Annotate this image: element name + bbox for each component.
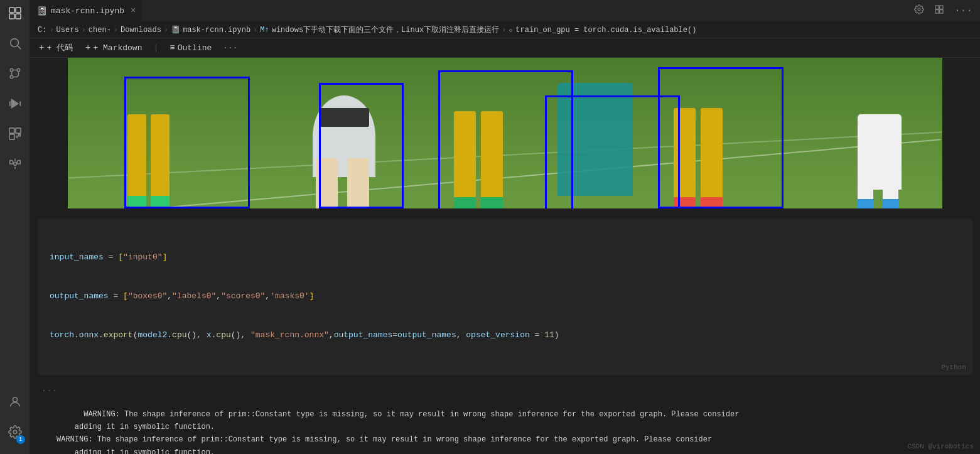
- account-icon: [8, 395, 22, 413]
- output-dots-icon: ···: [41, 384, 57, 399]
- tab-bar: 📓 mask-rcnn.ipynb × ···: [30, 0, 980, 22]
- breadcrumb-chen[interactable]: chen-: [89, 26, 111, 35]
- code-cell[interactable]: input_names = ["input0"] output_names = …: [38, 219, 972, 375]
- svg-point-18: [918, 8, 920, 11]
- language-badge: Python: [941, 364, 966, 371]
- breadcrumb-symbol-icon: M↑: [260, 26, 269, 35]
- svg-point-17: [13, 430, 17, 434]
- explorer-icon: [8, 6, 23, 24]
- cell-output-warnings: ··· WARNING: The shape inference of prim…: [38, 380, 972, 454]
- sidebar-item-search[interactable]: [0, 30, 30, 60]
- breadcrumb-cell-text[interactable]: windows下手动下载下面的三个文件，Linux下取消注释后直接运行: [272, 24, 499, 35]
- svg-point-6: [10, 68, 13, 72]
- sidebar-item-extensions[interactable]: [0, 121, 30, 151]
- toolbar-more-button[interactable]: ···: [220, 42, 240, 54]
- code-line-3: torch.onnx.export(model2.cpu(), x.cpu(),…: [50, 329, 962, 342]
- sidebar-item-run-debug[interactable]: [0, 90, 30, 121]
- outline-button[interactable]: ≡ Outline: [166, 41, 215, 54]
- sidebar-item-jupyter[interactable]: [0, 151, 30, 181]
- layout-icon[interactable]: [932, 2, 947, 20]
- svg-rect-20: [940, 6, 943, 9]
- breadcrumb: C: › Users › chen- › Downloads › 📓 mask-…: [30, 22, 980, 38]
- jupyter-icon: [8, 157, 22, 175]
- svg-rect-13: [15, 128, 20, 133]
- outline-icon: ≡: [170, 43, 175, 53]
- add-markdown-button[interactable]: + + Markdown: [82, 41, 146, 54]
- svg-rect-21: [935, 9, 939, 13]
- activity-bar: 1: [0, 0, 30, 454]
- attribution: CSDN @virobotics: [907, 443, 974, 450]
- run-debug-icon: [8, 97, 22, 114]
- notebook-content[interactable]: input_names = ["input0"] output_names = …: [30, 58, 980, 454]
- search-icon: [8, 36, 22, 54]
- toolbar-separator: |: [153, 43, 158, 53]
- svg-rect-22: [940, 9, 943, 13]
- warning-line-1: WARNING: The shape inference of prim::Co…: [57, 410, 739, 454]
- svg-point-7: [17, 68, 20, 72]
- breadcrumb-symbol[interactable]: train_on_gpu = torch.cuda.is_available(): [515, 26, 696, 35]
- add-code-label: + 代码: [46, 42, 73, 53]
- more-options-icon[interactable]: ···: [952, 3, 975, 19]
- svg-point-8: [10, 75, 13, 78]
- svg-rect-3: [16, 14, 21, 19]
- sidebar-item-account[interactable]: [0, 389, 30, 419]
- code-line-2: output_names = ["boxes0","labels0","scor…: [50, 290, 962, 303]
- svg-point-4: [10, 39, 18, 47]
- svg-line-5: [18, 46, 21, 49]
- cell-output-image: [30, 58, 980, 219]
- svg-marker-9: [11, 99, 19, 109]
- settings-badge: 1: [16, 435, 25, 444]
- code-line-1: input_names = ["input0"]: [50, 251, 962, 264]
- breadcrumb-notebook-file[interactable]: mask-rcnn.ipynb: [183, 26, 250, 35]
- code-content: input_names = ["input0"] output_names = …: [40, 219, 972, 375]
- tab-close-button[interactable]: ×: [131, 6, 136, 16]
- tab-mask-rcnn[interactable]: 📓 mask-rcnn.ipynb ×: [30, 0, 143, 21]
- breadcrumb-downloads[interactable]: Downloads: [121, 26, 161, 35]
- svg-rect-12: [9, 128, 14, 133]
- svg-rect-19: [935, 6, 939, 9]
- tab-label: mask-rcnn.ipynb: [51, 6, 124, 16]
- scene-background: [68, 58, 942, 208]
- breadcrumb-symbol2-icon: ⬦: [509, 26, 513, 35]
- svg-rect-14: [9, 134, 14, 139]
- main-area: 📓 mask-rcnn.ipynb × ···: [30, 0, 980, 454]
- sidebar-item-settings[interactable]: 1: [0, 419, 30, 449]
- activity-bar-bottom: 1: [0, 389, 30, 454]
- add-markdown-label: + Markdown: [93, 43, 142, 53]
- add-markdown-icon: +: [85, 43, 90, 53]
- breadcrumb-c[interactable]: C:: [38, 26, 46, 35]
- add-code-button[interactable]: + + 代码: [35, 41, 77, 55]
- settings-top-icon[interactable]: [912, 2, 927, 20]
- sidebar-item-explorer[interactable]: [0, 0, 30, 30]
- svg-rect-2: [9, 14, 14, 19]
- extensions-icon: [8, 127, 22, 144]
- outline-label: Outline: [178, 43, 212, 53]
- breadcrumb-users[interactable]: Users: [57, 26, 79, 35]
- top-right-icons: ···: [912, 0, 980, 21]
- notebook-tab-icon: 📓: [36, 6, 47, 16]
- detection-image: [68, 58, 942, 208]
- svg-rect-1: [16, 8, 21, 13]
- sidebar-item-source-control[interactable]: [0, 60, 30, 90]
- add-code-icon: +: [39, 43, 44, 53]
- svg-point-16: [13, 397, 17, 402]
- toolbar: + + 代码 + + Markdown | ≡ Outline ···: [30, 38, 980, 58]
- svg-point-15: [13, 163, 16, 166]
- breadcrumb-notebook-icon: 📓: [171, 25, 180, 35]
- source-control-icon: [8, 67, 22, 84]
- svg-rect-0: [9, 8, 14, 13]
